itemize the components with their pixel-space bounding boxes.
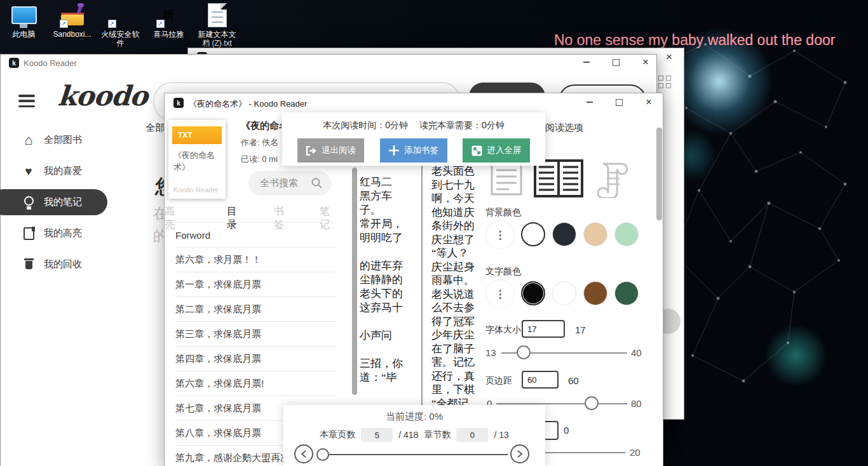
sidebar-item[interactable]: 全部图书 xyxy=(1,124,134,156)
plus-icon xyxy=(389,145,399,156)
font-size-slider[interactable]: 13 40 xyxy=(165,345,663,361)
page-text-line: 道：“毕 xyxy=(360,371,417,385)
chevron-right-icon xyxy=(517,450,523,458)
enter-fullscreen-button[interactable]: 进入全屏 xyxy=(463,138,530,163)
text-color-swatch[interactable] xyxy=(552,281,576,305)
koodo-app-icon xyxy=(9,58,19,68)
chapter-list-item[interactable]: 第一章，求保底月票 xyxy=(175,272,336,297)
reading-stats-text: 本次阅读时间：0分钟 读完本章需要：0分钟 xyxy=(282,120,545,131)
sidebar-item[interactable]: 我的喜爱 xyxy=(1,156,134,187)
page-text-line: 么不去参 xyxy=(431,301,485,315)
exit-reading-button[interactable]: 退出阅读 xyxy=(297,138,364,163)
more-text-colors-button[interactable] xyxy=(485,279,515,309)
sidebar-item-label: 我的笔记 xyxy=(44,196,82,208)
page-text-line: 得了冠军 xyxy=(431,315,485,329)
close-button[interactable] xyxy=(635,55,656,69)
scroll-layout-icon[interactable] xyxy=(594,159,631,198)
format-badge: TXT xyxy=(172,126,222,144)
sidebar-item-icon xyxy=(22,258,36,272)
session-time: 本次阅读时间：0分钟 xyxy=(323,120,408,130)
button-label: 添加书签 xyxy=(404,145,438,156)
fullscreen-icon xyxy=(471,145,482,156)
hamburger-menu-icon[interactable] xyxy=(18,95,35,107)
progress-slider-track[interactable] xyxy=(322,454,508,455)
page-text-line: 条街外的 xyxy=(431,219,485,233)
font-size-label: 字体大小 xyxy=(485,324,521,336)
slider-thumb[interactable] xyxy=(585,396,599,410)
previous-chapter-button[interactable] xyxy=(294,444,313,463)
dialog-title: 《夜的命名术》 - Koodo Reader xyxy=(189,98,307,110)
text-color-swatch[interactable] xyxy=(521,281,545,305)
slider-thumb[interactable] xyxy=(517,345,531,359)
desktop-icon[interactable]: ↗ 此电脑 xyxy=(0,3,48,48)
chapter-list-item[interactable]: 第六章，求保底月票! xyxy=(175,371,336,396)
page-text-line: 常开局， xyxy=(360,217,417,231)
page-total: / 418 xyxy=(398,430,418,440)
desktop-icon-glyph: 听 xyxy=(164,9,174,22)
progress-panel: 当前进度: 0% 本章页数 5 / 418 章节数 0 / 13 xyxy=(283,405,545,466)
background-color-swatch[interactable] xyxy=(521,222,545,246)
progress-slider-thumb[interactable] xyxy=(316,448,329,461)
sidebar-item[interactable]: 我的笔记 xyxy=(1,187,134,218)
page-text-line: 到七十九 xyxy=(431,178,485,192)
page-text-line: 子。 xyxy=(360,203,417,217)
close-button[interactable] xyxy=(638,95,660,109)
more-background-colors-button[interactable] xyxy=(485,220,515,250)
sidebar-item[interactable]: 我的回收 xyxy=(1,249,134,280)
desktop-icon[interactable]: ↗ 新建文本文 档 (Z).txt xyxy=(193,3,241,48)
page-text-line: 尘静静的 xyxy=(360,273,417,287)
page-text-line: 黑方车 xyxy=(360,189,417,203)
reader-dialog-window: 《夜的命名术》 - Koodo Reader TXT 《夜的命名术》 Koodo… xyxy=(164,93,663,466)
desktop-icon[interactable]: ↗ Sandboxi... xyxy=(48,3,96,48)
options-scrollbar[interactable] xyxy=(656,128,662,220)
book-cover-card[interactable]: TXT 《夜的命名术》 Koodo Reader xyxy=(168,120,226,199)
font-size-input[interactable]: 17 xyxy=(522,320,565,338)
panel-tab[interactable]: 高亮 xyxy=(165,205,175,232)
chapter-list-item[interactable]: 第六章，求月票！！ xyxy=(175,248,336,272)
text-color-swatch[interactable] xyxy=(583,281,607,305)
page-text-right: 老头面色到七十九啊，今天他知道庆条街外的庆尘想了“等人？庆尘起身雨幕中。老头说道… xyxy=(431,164,485,410)
margin-input[interactable]: 60 xyxy=(522,371,559,389)
third-setting-echo: 0 xyxy=(564,425,569,436)
slider-track[interactable] xyxy=(496,403,627,404)
background-color-swatch[interactable] xyxy=(583,222,607,246)
page-text-line: 小声问 xyxy=(360,329,417,343)
background-color-swatch[interactable] xyxy=(552,222,576,246)
close-button[interactable] xyxy=(658,50,680,64)
chevron-left-icon xyxy=(301,450,307,458)
text-color-swatch[interactable] xyxy=(614,281,639,305)
single-page-layout-icon[interactable] xyxy=(490,161,523,196)
desktop-icon-label: 此电脑 xyxy=(0,30,49,39)
page-text-line: 他知道庆 xyxy=(431,206,485,220)
search-icon xyxy=(311,177,323,189)
desktop-icon[interactable]: 听 ↗ 喜马拉雅 xyxy=(145,3,193,48)
koodo-app-icon xyxy=(173,98,184,108)
page-count-label: 本章页数 xyxy=(320,429,355,441)
font-size-echo: 17 xyxy=(575,324,586,335)
chapter-list-item[interactable]: 第二章，求保底月票 xyxy=(175,297,336,322)
remaining-time: 读完本章需要：0分钟 xyxy=(419,120,505,130)
page-text-line: 老头下的 xyxy=(360,287,417,301)
background-color-swatch[interactable] xyxy=(614,222,639,246)
page-text-line: 这弃马十 xyxy=(360,301,417,315)
minimize-button[interactable] xyxy=(579,95,600,109)
toc-scrollbar[interactable] xyxy=(352,168,357,395)
text-color-swatches xyxy=(521,281,639,305)
view-grid-icon[interactable] xyxy=(658,76,672,90)
desktop-icon[interactable]: ↗ 火绒安全软 件 xyxy=(97,3,144,48)
chapter-number-input[interactable]: 0 xyxy=(456,428,488,442)
page-text-line: 明明吃了 xyxy=(360,231,417,245)
chapter-list-item[interactable]: 第三章，求保底月票 xyxy=(175,322,336,347)
page-number-input[interactable]: 5 xyxy=(361,428,393,442)
minimize-button[interactable] xyxy=(576,55,597,69)
maximize-button[interactable] xyxy=(605,55,627,69)
add-bookmark-button[interactable]: 添加书签 xyxy=(380,138,447,163)
window-title: Koodo Reader xyxy=(24,58,77,68)
maximize-button[interactable] xyxy=(608,95,630,109)
next-chapter-button[interactable] xyxy=(510,444,529,463)
margin-label: 页边距 xyxy=(485,375,512,387)
book-search-input[interactable]: 全书搜索 xyxy=(248,171,331,196)
sidebar-item[interactable]: 我的高亮 xyxy=(1,218,134,249)
chapter-list-item[interactable]: Forword xyxy=(175,223,336,248)
page-text-line xyxy=(360,315,417,329)
